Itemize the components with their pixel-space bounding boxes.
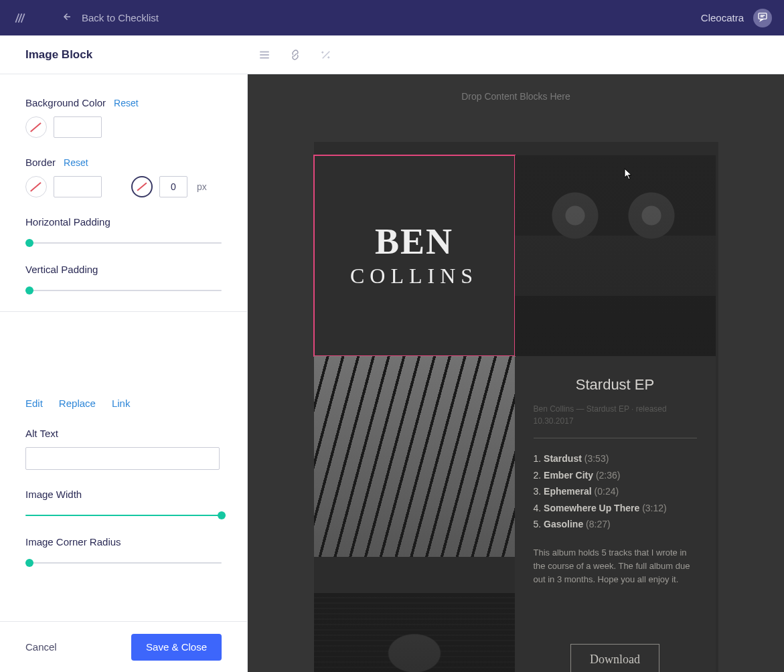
image-corner-radius-label: Image Corner Radius (25, 536, 222, 548)
border-reset[interactable]: Reset (64, 157, 88, 168)
ep-tracklist: 1. Stardust (3:53) 2. Ember City (2:36) … (534, 450, 697, 533)
border-style-picker[interactable] (131, 176, 153, 197)
logo-line1: BEN (350, 224, 478, 260)
back-label: Back to Checklist (82, 12, 159, 23)
save-and-close-button[interactable]: Save & Close (131, 634, 222, 661)
alt-text-input[interactable] (25, 447, 220, 470)
chat-icon (757, 11, 768, 25)
ep-divider (534, 438, 697, 438)
horizontal-padding-label: Horizontal Padding (25, 216, 222, 228)
vertical-padding-field: Vertical Padding (25, 264, 222, 291)
track-row: 5. Gasoline (8:27) (534, 516, 697, 533)
image-block-studio[interactable] (515, 155, 716, 356)
link-tool-icon[interactable] (289, 49, 301, 61)
section-divider (0, 311, 247, 312)
stardust-ep-panel: Stardust EP Ben Collins — Stardust EP · … (515, 356, 716, 593)
horizontal-padding-field: Horizontal Padding (25, 216, 222, 244)
image-width-slider[interactable] (25, 515, 222, 516)
track-row: 3. Ephemeral (0:24) (534, 483, 697, 500)
background-color-label: Background Color (25, 97, 106, 108)
magic-icon[interactable] (320, 49, 332, 61)
track-row: 1. Stardust (3:53) (534, 450, 697, 467)
border-width-input[interactable] (159, 176, 187, 197)
top-bar: Back to Checklist Cleocatra (0, 0, 784, 35)
image-actions-row: Edit Replace Link (25, 398, 222, 409)
track-row: 2. Ember City (2:36) (534, 467, 697, 484)
blocks-icon[interactable] (258, 49, 270, 61)
edit-link[interactable]: Edit (25, 398, 43, 409)
sub-toolbar: Image Block (0, 35, 784, 74)
horizontal-padding-slider[interactable] (25, 242, 222, 244)
ep-description: This album holds 5 tracks that I wrote i… (534, 546, 697, 586)
border-width-unit: px (197, 181, 207, 192)
image-block-microphone[interactable] (314, 593, 515, 672)
background-color-reset[interactable]: Reset (114, 98, 139, 108)
border-color-input[interactable] (54, 176, 102, 197)
ep-meta: Ben Collins — Stardust EP · released 10.… (534, 403, 697, 427)
image-block-piano[interactable] (314, 356, 515, 557)
app-logo (12, 10, 28, 26)
sidebar-footer: Cancel Save & Close (0, 621, 247, 672)
drop-zone-hint: Drop Content Blocks Here (248, 74, 784, 102)
mouse-cursor-icon (624, 168, 633, 180)
vertical-padding-label: Vertical Padding (25, 264, 222, 275)
track-row: 4. Somewhere Up There (3:12) (534, 500, 697, 517)
image-width-label: Image Width (25, 489, 222, 500)
link-link[interactable]: Link (112, 398, 131, 409)
image-corner-radius-field: Image Corner Radius (25, 536, 222, 564)
vertical-padding-slider[interactable] (25, 290, 222, 291)
canvas-preview[interactable]: Drop Content Blocks Here BEN COLLINS (248, 74, 784, 672)
panel-title: Image Block (0, 35, 248, 74)
properties-sidebar: Background Color Reset Border Reset (0, 74, 248, 672)
svg-rect-0 (759, 13, 767, 19)
alt-text-field: Alt Text (25, 428, 222, 470)
replace-link[interactable]: Replace (59, 398, 96, 409)
image-corner-radius-slider[interactable] (25, 562, 222, 564)
bg-color-none-swatch[interactable] (25, 116, 47, 138)
email-template: BEN COLLINS Stardust EP Ben Collins — St… (314, 142, 718, 672)
border-label: Border (25, 157, 56, 168)
bg-color-input[interactable] (54, 116, 102, 138)
ep-title: Stardust EP (534, 376, 697, 394)
image-block-logo[interactable]: BEN COLLINS (314, 155, 515, 356)
cancel-button[interactable]: Cancel (25, 641, 57, 653)
user-name[interactable]: Cleocatra (701, 12, 744, 23)
image-width-field: Image Width (25, 489, 222, 516)
alt-text-label: Alt Text (25, 428, 58, 439)
ben-collins-logo: BEN COLLINS (350, 224, 478, 288)
back-to-checklist[interactable]: Back to Checklist (60, 11, 159, 25)
border-field: Border Reset px (25, 157, 222, 197)
logo-line2: COLLINS (350, 264, 478, 288)
border-color-none-swatch[interactable] (25, 176, 47, 197)
background-color-field: Background Color Reset (25, 97, 222, 138)
back-arrow-icon (60, 11, 72, 25)
download-button[interactable]: Download (570, 644, 659, 672)
download-cell: Download (515, 593, 716, 672)
chat-button[interactable] (753, 9, 772, 27)
